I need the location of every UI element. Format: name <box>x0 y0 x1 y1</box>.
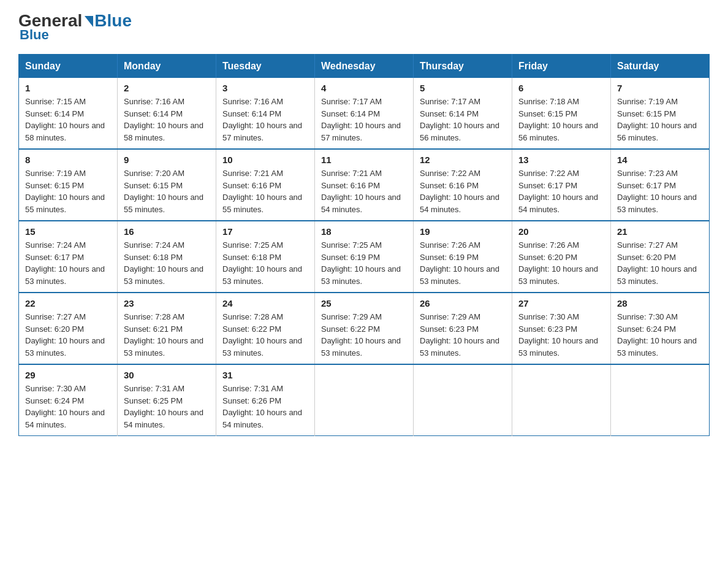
day-info: Sunrise: 7:22 AMSunset: 6:17 PMDaylight:… <box>518 169 598 214</box>
day-number: 15 <box>25 226 111 237</box>
day-number: 24 <box>222 298 308 308</box>
calendar-week-row: 15 Sunrise: 7:24 AMSunset: 6:17 PMDaylig… <box>19 221 710 293</box>
day-number: 5 <box>420 83 506 93</box>
day-info: Sunrise: 7:30 AMSunset: 6:23 PMDaylight:… <box>518 312 598 358</box>
calendar-cell: 23 Sunrise: 7:28 AMSunset: 6:21 PMDaylig… <box>118 293 216 364</box>
calendar-cell: 20 Sunrise: 7:26 AMSunset: 6:20 PMDaylig… <box>512 221 611 293</box>
day-info: Sunrise: 7:19 AMSunset: 6:15 PMDaylight:… <box>25 169 105 214</box>
calendar-cell: 14 Sunrise: 7:23 AMSunset: 6:17 PMDaylig… <box>611 149 710 221</box>
calendar-cell: 1 Sunrise: 7:15 AMSunset: 6:14 PMDayligh… <box>19 78 118 149</box>
day-info: Sunrise: 7:26 AMSunset: 6:20 PMDaylight:… <box>518 240 598 286</box>
day-number: 28 <box>617 298 703 308</box>
day-info: Sunrise: 7:25 AMSunset: 6:18 PMDaylight:… <box>222 240 302 286</box>
day-info: Sunrise: 7:20 AMSunset: 6:15 PMDaylight:… <box>124 169 203 214</box>
day-number: 11 <box>321 155 407 165</box>
day-number: 29 <box>25 370 111 380</box>
day-number: 31 <box>222 370 308 380</box>
day-info: Sunrise: 7:28 AMSunset: 6:22 PMDaylight:… <box>222 312 302 358</box>
day-number: 25 <box>321 298 407 308</box>
day-info: Sunrise: 7:31 AMSunset: 6:26 PMDaylight:… <box>222 384 302 429</box>
day-number: 30 <box>124 370 210 380</box>
day-number: 16 <box>124 226 210 237</box>
calendar-cell: 18 Sunrise: 7:25 AMSunset: 6:19 PMDaylig… <box>315 221 414 293</box>
calendar-cell: 24 Sunrise: 7:28 AMSunset: 6:22 PMDaylig… <box>216 293 315 364</box>
day-info: Sunrise: 7:30 AMSunset: 6:24 PMDaylight:… <box>617 312 697 358</box>
calendar-cell: 28 Sunrise: 7:30 AMSunset: 6:24 PMDaylig… <box>611 293 710 364</box>
day-number: 1 <box>25 83 111 93</box>
day-info: Sunrise: 7:22 AMSunset: 6:16 PMDaylight:… <box>420 169 499 214</box>
day-of-week-friday: Friday <box>512 55 611 79</box>
day-info: Sunrise: 7:17 AMSunset: 6:14 PMDaylight:… <box>321 97 401 142</box>
day-number: 12 <box>420 155 506 165</box>
day-of-week-monday: Monday <box>118 55 216 79</box>
day-info: Sunrise: 7:23 AMSunset: 6:17 PMDaylight:… <box>617 169 697 214</box>
calendar-week-row: 22 Sunrise: 7:27 AMSunset: 6:20 PMDaylig… <box>19 293 710 364</box>
day-info: Sunrise: 7:16 AMSunset: 6:14 PMDaylight:… <box>124 97 203 142</box>
day-info: Sunrise: 7:29 AMSunset: 6:22 PMDaylight:… <box>321 312 401 358</box>
calendar-cell: 4 Sunrise: 7:17 AMSunset: 6:14 PMDayligh… <box>315 78 414 149</box>
day-info: Sunrise: 7:28 AMSunset: 6:21 PMDaylight:… <box>124 312 203 358</box>
logo-arrow-icon <box>85 16 93 27</box>
calendar-cell: 13 Sunrise: 7:22 AMSunset: 6:17 PMDaylig… <box>512 149 611 221</box>
day-info: Sunrise: 7:17 AMSunset: 6:14 PMDaylight:… <box>420 97 499 142</box>
day-of-week-saturday: Saturday <box>611 55 710 79</box>
day-info: Sunrise: 7:18 AMSunset: 6:15 PMDaylight:… <box>518 97 598 142</box>
calendar-cell <box>315 364 414 436</box>
day-info: Sunrise: 7:30 AMSunset: 6:24 PMDaylight:… <box>25 384 105 429</box>
day-number: 4 <box>321 83 407 93</box>
logo: General Blue Blue <box>18 12 132 43</box>
day-number: 23 <box>124 298 210 308</box>
calendar-cell <box>512 364 611 436</box>
calendar-cell: 12 Sunrise: 7:22 AMSunset: 6:16 PMDaylig… <box>414 149 512 221</box>
calendar-cell: 22 Sunrise: 7:27 AMSunset: 6:20 PMDaylig… <box>19 293 118 364</box>
day-info: Sunrise: 7:24 AMSunset: 6:18 PMDaylight:… <box>124 240 203 286</box>
day-info: Sunrise: 7:29 AMSunset: 6:23 PMDaylight:… <box>420 312 499 358</box>
day-number: 21 <box>617 226 703 237</box>
calendar-cell <box>414 364 512 436</box>
day-of-week-sunday: Sunday <box>19 55 118 79</box>
calendar-week-row: 8 Sunrise: 7:19 AMSunset: 6:15 PMDayligh… <box>19 149 710 221</box>
calendar-cell: 19 Sunrise: 7:26 AMSunset: 6:19 PMDaylig… <box>414 221 512 293</box>
day-info: Sunrise: 7:25 AMSunset: 6:19 PMDaylight:… <box>321 240 401 286</box>
logo-blue-text: Blue <box>94 12 132 29</box>
calendar-cell: 27 Sunrise: 7:30 AMSunset: 6:23 PMDaylig… <box>512 293 611 364</box>
calendar-cell: 30 Sunrise: 7:31 AMSunset: 6:25 PMDaylig… <box>118 364 216 436</box>
calendar-cell: 8 Sunrise: 7:19 AMSunset: 6:15 PMDayligh… <box>19 149 118 221</box>
logo-subtitle: Blue <box>18 27 49 43</box>
calendar-cell: 25 Sunrise: 7:29 AMSunset: 6:22 PMDaylig… <box>315 293 414 364</box>
day-of-week-tuesday: Tuesday <box>216 55 315 79</box>
calendar-cell: 16 Sunrise: 7:24 AMSunset: 6:18 PMDaylig… <box>118 221 216 293</box>
day-number: 14 <box>617 155 703 165</box>
day-number: 3 <box>222 83 308 93</box>
day-info: Sunrise: 7:15 AMSunset: 6:14 PMDaylight:… <box>25 97 105 142</box>
day-number: 22 <box>25 298 111 308</box>
day-number: 19 <box>420 226 506 237</box>
day-info: Sunrise: 7:19 AMSunset: 6:15 PMDaylight:… <box>617 97 697 142</box>
day-of-week-wednesday: Wednesday <box>315 55 414 79</box>
calendar-cell: 2 Sunrise: 7:16 AMSunset: 6:14 PMDayligh… <box>118 78 216 149</box>
day-number: 13 <box>518 155 604 165</box>
calendar-cell: 15 Sunrise: 7:24 AMSunset: 6:17 PMDaylig… <box>19 221 118 293</box>
day-number: 26 <box>420 298 506 308</box>
day-info: Sunrise: 7:27 AMSunset: 6:20 PMDaylight:… <box>617 240 697 286</box>
day-info: Sunrise: 7:26 AMSunset: 6:19 PMDaylight:… <box>420 240 499 286</box>
calendar-week-row: 29 Sunrise: 7:30 AMSunset: 6:24 PMDaylig… <box>19 364 710 436</box>
day-info: Sunrise: 7:24 AMSunset: 6:17 PMDaylight:… <box>25 240 105 286</box>
calendar-cell: 9 Sunrise: 7:20 AMSunset: 6:15 PMDayligh… <box>118 149 216 221</box>
calendar-cell: 3 Sunrise: 7:16 AMSunset: 6:14 PMDayligh… <box>216 78 315 149</box>
day-info: Sunrise: 7:31 AMSunset: 6:25 PMDaylight:… <box>124 384 203 429</box>
day-number: 27 <box>518 298 604 308</box>
day-number: 6 <box>518 83 604 93</box>
calendar-cell: 26 Sunrise: 7:29 AMSunset: 6:23 PMDaylig… <box>414 293 512 364</box>
day-number: 10 <box>222 155 308 165</box>
calendar-cell: 17 Sunrise: 7:25 AMSunset: 6:18 PMDaylig… <box>216 221 315 293</box>
calendar-cell: 7 Sunrise: 7:19 AMSunset: 6:15 PMDayligh… <box>611 78 710 149</box>
day-number: 2 <box>124 83 210 93</box>
calendar-header-row: SundayMondayTuesdayWednesdayThursdayFrid… <box>19 55 710 79</box>
day-number: 20 <box>518 226 604 237</box>
calendar-cell: 5 Sunrise: 7:17 AMSunset: 6:14 PMDayligh… <box>414 78 512 149</box>
day-of-week-thursday: Thursday <box>414 55 512 79</box>
day-number: 18 <box>321 226 407 237</box>
calendar-cell: 6 Sunrise: 7:18 AMSunset: 6:15 PMDayligh… <box>512 78 611 149</box>
day-info: Sunrise: 7:21 AMSunset: 6:16 PMDaylight:… <box>321 169 401 214</box>
